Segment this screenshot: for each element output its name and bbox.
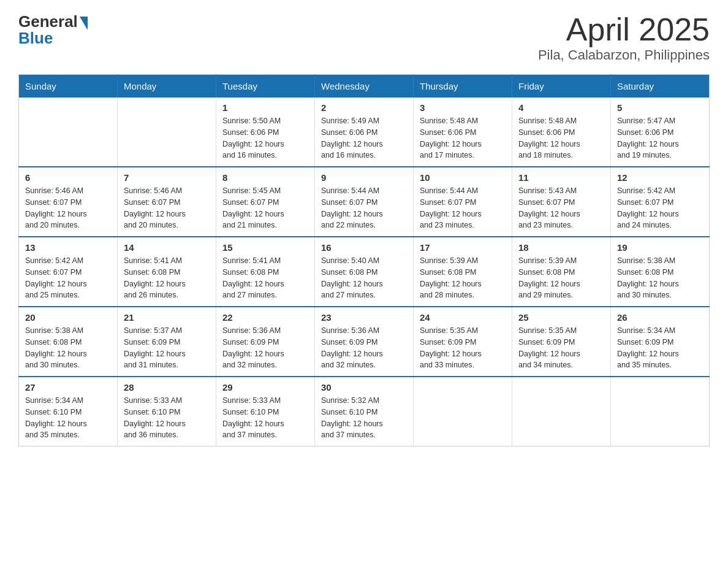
day-info: Sunrise: 5:47 AMSunset: 6:06 PMDaylight:… xyxy=(617,115,703,161)
calendar-cell: 16Sunrise: 5:40 AMSunset: 6:08 PMDayligh… xyxy=(315,237,414,307)
calendar-week-row: 20Sunrise: 5:38 AMSunset: 6:08 PMDayligh… xyxy=(19,307,710,377)
day-number: 6 xyxy=(25,172,111,183)
day-number: 14 xyxy=(124,242,210,253)
day-number: 13 xyxy=(25,242,111,253)
calendar-cell: 25Sunrise: 5:35 AMSunset: 6:09 PMDayligh… xyxy=(512,307,611,377)
calendar-day-header: Monday xyxy=(118,75,216,98)
day-info: Sunrise: 5:50 AMSunset: 6:06 PMDaylight:… xyxy=(222,115,308,161)
logo: General Blue xyxy=(18,12,88,48)
calendar-cell: 9Sunrise: 5:44 AMSunset: 6:07 PMDaylight… xyxy=(315,167,414,237)
calendar-cell: 24Sunrise: 5:35 AMSunset: 6:09 PMDayligh… xyxy=(414,307,512,377)
day-info: Sunrise: 5:44 AMSunset: 6:07 PMDaylight:… xyxy=(420,185,506,231)
day-number: 18 xyxy=(518,242,604,253)
calendar-day-header: Friday xyxy=(512,75,611,98)
calendar-cell: 30Sunrise: 5:32 AMSunset: 6:10 PMDayligh… xyxy=(315,377,414,446)
calendar-cell: 13Sunrise: 5:42 AMSunset: 6:07 PMDayligh… xyxy=(19,237,118,307)
day-info: Sunrise: 5:41 AMSunset: 6:08 PMDaylight:… xyxy=(222,255,308,301)
day-number: 3 xyxy=(420,102,506,113)
calendar-cell: 6Sunrise: 5:46 AMSunset: 6:07 PMDaylight… xyxy=(19,167,118,237)
calendar-cell: 22Sunrise: 5:36 AMSunset: 6:09 PMDayligh… xyxy=(216,307,315,377)
calendar-cell: 5Sunrise: 5:47 AMSunset: 6:06 PMDaylight… xyxy=(611,98,710,167)
page-title: April 2025 xyxy=(538,12,710,47)
day-number: 7 xyxy=(124,172,210,183)
day-info: Sunrise: 5:36 AMSunset: 6:09 PMDaylight:… xyxy=(321,325,407,371)
day-info: Sunrise: 5:35 AMSunset: 6:09 PMDaylight:… xyxy=(420,325,506,371)
day-number: 11 xyxy=(518,172,604,183)
calendar-cell: 28Sunrise: 5:33 AMSunset: 6:10 PMDayligh… xyxy=(118,377,216,446)
day-info: Sunrise: 5:39 AMSunset: 6:08 PMDaylight:… xyxy=(518,255,604,301)
calendar-cell: 7Sunrise: 5:46 AMSunset: 6:07 PMDaylight… xyxy=(118,167,216,237)
day-number: 17 xyxy=(420,242,506,253)
calendar-day-header: Thursday xyxy=(414,75,512,98)
calendar-cell: 23Sunrise: 5:36 AMSunset: 6:09 PMDayligh… xyxy=(315,307,414,377)
calendar-cell: 12Sunrise: 5:42 AMSunset: 6:07 PMDayligh… xyxy=(611,167,710,237)
day-number: 10 xyxy=(420,172,506,183)
title-block: April 2025 Pila, Calabarzon, Philippines xyxy=(538,12,710,63)
calendar-week-row: 27Sunrise: 5:34 AMSunset: 6:10 PMDayligh… xyxy=(19,377,710,446)
calendar-week-row: 13Sunrise: 5:42 AMSunset: 6:07 PMDayligh… xyxy=(19,237,710,307)
day-number: 9 xyxy=(321,172,407,183)
calendar-cell: 27Sunrise: 5:34 AMSunset: 6:10 PMDayligh… xyxy=(19,377,118,446)
calendar-cell xyxy=(414,377,512,446)
calendar-week-row: 1Sunrise: 5:50 AMSunset: 6:06 PMDaylight… xyxy=(19,98,710,167)
day-info: Sunrise: 5:46 AMSunset: 6:07 PMDaylight:… xyxy=(124,185,210,231)
logo-triangle-icon xyxy=(80,17,88,30)
calendar-table: SundayMondayTuesdayWednesdayThursdayFrid… xyxy=(18,74,710,446)
day-info: Sunrise: 5:42 AMSunset: 6:07 PMDaylight:… xyxy=(617,185,703,231)
day-info: Sunrise: 5:35 AMSunset: 6:09 PMDaylight:… xyxy=(518,325,604,371)
day-info: Sunrise: 5:39 AMSunset: 6:08 PMDaylight:… xyxy=(420,255,506,301)
calendar-cell: 19Sunrise: 5:38 AMSunset: 6:08 PMDayligh… xyxy=(611,237,710,307)
day-number: 20 xyxy=(25,312,111,323)
day-info: Sunrise: 5:44 AMSunset: 6:07 PMDaylight:… xyxy=(321,185,407,231)
day-info: Sunrise: 5:42 AMSunset: 6:07 PMDaylight:… xyxy=(25,255,111,301)
calendar-cell xyxy=(118,98,216,167)
calendar-day-header: Saturday xyxy=(611,75,710,98)
calendar-cell: 4Sunrise: 5:48 AMSunset: 6:06 PMDaylight… xyxy=(512,98,611,167)
day-info: Sunrise: 5:32 AMSunset: 6:10 PMDaylight:… xyxy=(321,395,407,441)
day-info: Sunrise: 5:33 AMSunset: 6:10 PMDaylight:… xyxy=(222,395,308,441)
day-number: 28 xyxy=(124,382,210,393)
logo-blue-text: Blue xyxy=(18,29,53,48)
day-number: 2 xyxy=(321,102,407,113)
day-number: 22 xyxy=(222,312,308,323)
day-number: 23 xyxy=(321,312,407,323)
calendar-cell: 8Sunrise: 5:45 AMSunset: 6:07 PMDaylight… xyxy=(216,167,315,237)
day-info: Sunrise: 5:34 AMSunset: 6:10 PMDaylight:… xyxy=(25,395,111,441)
day-info: Sunrise: 5:48 AMSunset: 6:06 PMDaylight:… xyxy=(518,115,604,161)
day-info: Sunrise: 5:38 AMSunset: 6:08 PMDaylight:… xyxy=(617,255,703,301)
calendar-cell: 18Sunrise: 5:39 AMSunset: 6:08 PMDayligh… xyxy=(512,237,611,307)
day-info: Sunrise: 5:48 AMSunset: 6:06 PMDaylight:… xyxy=(420,115,506,161)
day-number: 5 xyxy=(617,102,703,113)
day-number: 21 xyxy=(124,312,210,323)
day-number: 4 xyxy=(518,102,604,113)
day-info: Sunrise: 5:34 AMSunset: 6:09 PMDaylight:… xyxy=(617,325,703,371)
day-number: 12 xyxy=(617,172,703,183)
calendar-header-row: SundayMondayTuesdayWednesdayThursdayFrid… xyxy=(19,75,710,98)
calendar-cell: 20Sunrise: 5:38 AMSunset: 6:08 PMDayligh… xyxy=(19,307,118,377)
calendar-cell xyxy=(512,377,611,446)
calendar-cell: 2Sunrise: 5:49 AMSunset: 6:06 PMDaylight… xyxy=(315,98,414,167)
calendar-cell xyxy=(611,377,710,446)
day-number: 25 xyxy=(518,312,604,323)
day-info: Sunrise: 5:49 AMSunset: 6:06 PMDaylight:… xyxy=(321,115,407,161)
calendar-day-header: Sunday xyxy=(19,75,118,98)
calendar-week-row: 6Sunrise: 5:46 AMSunset: 6:07 PMDaylight… xyxy=(19,167,710,237)
day-info: Sunrise: 5:43 AMSunset: 6:07 PMDaylight:… xyxy=(518,185,604,231)
day-number: 1 xyxy=(222,102,308,113)
day-info: Sunrise: 5:45 AMSunset: 6:07 PMDaylight:… xyxy=(222,185,308,231)
day-info: Sunrise: 5:33 AMSunset: 6:10 PMDaylight:… xyxy=(124,395,210,441)
calendar-cell: 3Sunrise: 5:48 AMSunset: 6:06 PMDaylight… xyxy=(414,98,512,167)
calendar-day-header: Wednesday xyxy=(315,75,414,98)
calendar-cell: 1Sunrise: 5:50 AMSunset: 6:06 PMDaylight… xyxy=(216,98,315,167)
page-subtitle: Pila, Calabarzon, Philippines xyxy=(538,47,710,63)
page-header: General Blue April 2025 Pila, Calabarzon… xyxy=(18,12,710,63)
calendar-cell: 17Sunrise: 5:39 AMSunset: 6:08 PMDayligh… xyxy=(414,237,512,307)
calendar-cell xyxy=(19,98,118,167)
day-number: 30 xyxy=(321,382,407,393)
day-number: 19 xyxy=(617,242,703,253)
calendar-cell: 21Sunrise: 5:37 AMSunset: 6:09 PMDayligh… xyxy=(118,307,216,377)
calendar-day-header: Tuesday xyxy=(216,75,315,98)
day-number: 27 xyxy=(25,382,111,393)
day-info: Sunrise: 5:40 AMSunset: 6:08 PMDaylight:… xyxy=(321,255,407,301)
day-number: 24 xyxy=(420,312,506,323)
